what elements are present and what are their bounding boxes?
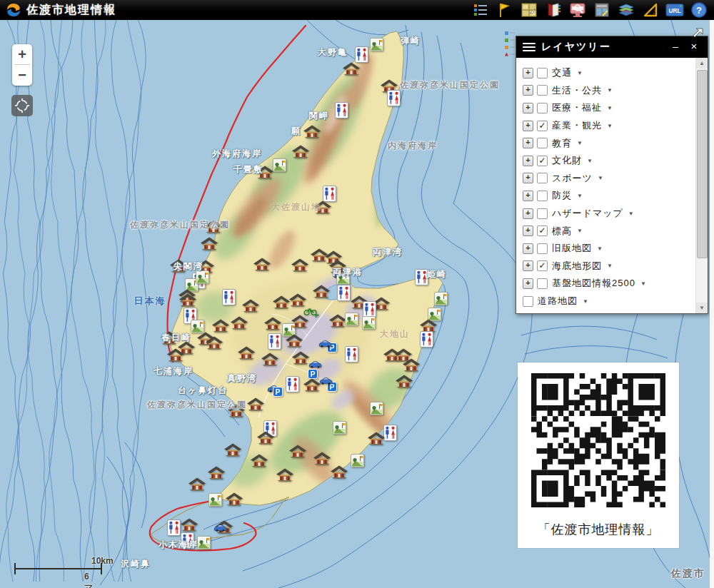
temple-marker[interactable] xyxy=(205,335,223,353)
temple-marker[interactable] xyxy=(200,236,218,253)
zoom-in-button[interactable]: + xyxy=(12,44,32,64)
car-marker[interactable] xyxy=(213,522,227,534)
restroom-marker[interactable] xyxy=(268,333,281,353)
park-marker[interactable] xyxy=(370,402,383,418)
chevron-down-icon[interactable]: ▼ xyxy=(628,211,634,217)
temple-marker[interactable] xyxy=(342,61,361,78)
restroom-marker[interactable] xyxy=(415,269,428,288)
temple-marker[interactable] xyxy=(261,352,279,369)
chevron-down-icon[interactable]: ▼ xyxy=(577,228,583,234)
chevron-down-icon[interactable]: ▼ xyxy=(640,280,646,287)
car-marker[interactable] xyxy=(318,338,332,350)
layer-panel-titlebar[interactable]: レイヤツリー – × xyxy=(516,36,708,58)
parking-marker[interactable]: P xyxy=(273,387,283,400)
layer-checkbox[interactable] xyxy=(537,243,548,254)
chevron-down-icon[interactable]: ▼ xyxy=(577,140,583,146)
layer-checkbox[interactable] xyxy=(537,278,548,289)
toolbar-layer-tree-button[interactable] xyxy=(471,1,490,19)
chevron-down-icon[interactable]: ▼ xyxy=(607,105,613,111)
park-marker[interactable] xyxy=(345,313,358,329)
layer-checkbox[interactable] xyxy=(537,208,548,219)
temple-marker[interactable] xyxy=(256,165,274,182)
temple-marker[interactable] xyxy=(395,374,413,391)
temple-marker[interactable] xyxy=(227,403,246,420)
temple-marker[interactable] xyxy=(312,284,331,301)
temple-marker[interactable] xyxy=(223,442,242,460)
toolbar-help-button[interactable]: ? xyxy=(690,1,708,19)
layer-checkbox[interactable] xyxy=(537,68,548,78)
expand-button[interactable]: + xyxy=(523,173,533,183)
temple-marker[interactable] xyxy=(204,219,223,236)
temple-marker[interactable] xyxy=(285,333,303,350)
temple-marker[interactable] xyxy=(291,258,309,275)
chevron-down-icon[interactable]: ▼ xyxy=(607,87,613,93)
mini-legend-icon[interactable] xyxy=(505,29,515,59)
temple-marker[interactable] xyxy=(330,465,348,482)
layer-checkbox[interactable] xyxy=(537,173,548,183)
temple-marker[interactable] xyxy=(402,358,421,375)
temple-marker[interactable] xyxy=(207,465,226,482)
layer-checkbox[interactable] xyxy=(523,296,533,307)
restroom-marker[interactable] xyxy=(420,331,433,350)
restroom-marker[interactable] xyxy=(337,285,351,304)
restroom-marker[interactable] xyxy=(345,346,358,365)
temple-marker[interactable] xyxy=(303,124,321,141)
layer-checkbox[interactable] xyxy=(537,85,548,96)
expand-button[interactable]: + xyxy=(523,243,533,254)
temple-marker[interactable] xyxy=(237,345,256,363)
chevron-down-icon[interactable]: ▼ xyxy=(597,245,603,252)
scrollbar-up-button[interactable]: ▲ xyxy=(696,58,708,69)
temple-marker[interactable] xyxy=(367,431,386,448)
park-marker[interactable] xyxy=(351,454,364,470)
temple-marker[interactable] xyxy=(188,477,206,494)
temple-marker[interactable] xyxy=(313,200,332,217)
park-marker[interactable] xyxy=(370,38,383,54)
panel-scrollbar[interactable]: ▲ ▼ xyxy=(695,58,708,313)
expand-button[interactable]: + xyxy=(523,225,533,236)
expand-button[interactable]: + xyxy=(523,191,533,201)
park-marker[interactable] xyxy=(208,493,222,510)
layer-checkbox[interactable] xyxy=(537,138,548,148)
temple-marker[interactable] xyxy=(291,144,310,161)
temple-marker[interactable] xyxy=(291,350,310,368)
park-marker[interactable] xyxy=(273,158,286,175)
expand-button[interactable]: + xyxy=(523,260,533,271)
temple-marker[interactable] xyxy=(272,295,291,312)
panel-minimize-button[interactable]: – xyxy=(668,36,683,58)
layer-checkbox[interactable]: ✓ xyxy=(537,121,548,131)
zoom-out-button[interactable]: − xyxy=(12,65,32,85)
panel-menu-icon[interactable] xyxy=(523,41,536,54)
restroom-marker[interactable] xyxy=(335,102,348,121)
restroom-marker[interactable] xyxy=(286,376,299,395)
temple-marker[interactable] xyxy=(241,298,260,315)
car-marker[interactable] xyxy=(319,375,333,387)
scrollbar-thumb[interactable] xyxy=(697,70,708,258)
temple-marker[interactable] xyxy=(276,467,294,485)
temple-marker[interactable] xyxy=(313,451,331,468)
expand-button[interactable]: + xyxy=(523,156,533,166)
expand-button[interactable]: + xyxy=(523,85,533,96)
chevron-down-icon[interactable]: ▼ xyxy=(577,70,583,76)
temple-marker[interactable] xyxy=(225,492,243,509)
toolbar-print-window-button[interactable] xyxy=(593,1,611,19)
chevron-down-icon[interactable]: ▼ xyxy=(587,158,593,164)
panel-resize-handle[interactable] xyxy=(692,28,704,43)
layer-checkbox[interactable] xyxy=(537,103,548,113)
park-marker[interactable] xyxy=(197,536,211,552)
toolbar-screen-capture-button[interactable] xyxy=(568,1,587,19)
temple-marker[interactable] xyxy=(291,314,309,331)
restroom-marker[interactable] xyxy=(167,519,181,539)
park-marker[interactable] xyxy=(434,292,448,308)
geolocate-button[interactable] xyxy=(11,95,33,116)
restroom-marker[interactable] xyxy=(387,90,401,109)
layer-checkbox[interactable]: ✓ xyxy=(537,260,548,271)
temple-marker[interactable] xyxy=(288,444,307,461)
toolbar-measure-button[interactable] xyxy=(641,1,660,19)
expand-button[interactable]: + xyxy=(523,138,533,148)
layer-checkbox[interactable]: ✓ xyxy=(537,156,548,166)
expand-button[interactable]: + xyxy=(523,208,533,219)
layer-checkbox[interactable] xyxy=(537,191,548,201)
temple-marker[interactable] xyxy=(230,315,248,333)
temple-marker[interactable] xyxy=(160,330,178,348)
chevron-down-icon[interactable]: ▼ xyxy=(583,298,588,305)
